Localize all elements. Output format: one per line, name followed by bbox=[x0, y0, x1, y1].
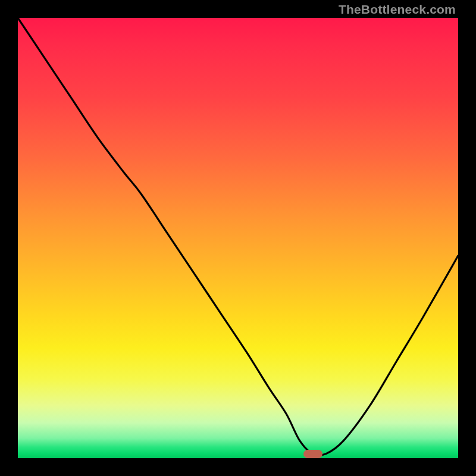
optimal-point-marker bbox=[303, 450, 322, 458]
chart-frame bbox=[18, 18, 458, 458]
plot-area bbox=[18, 18, 458, 458]
watermark-text: TheBottleneck.com bbox=[339, 2, 456, 17]
bottleneck-curve bbox=[18, 18, 458, 455]
curve-svg bbox=[18, 18, 458, 458]
